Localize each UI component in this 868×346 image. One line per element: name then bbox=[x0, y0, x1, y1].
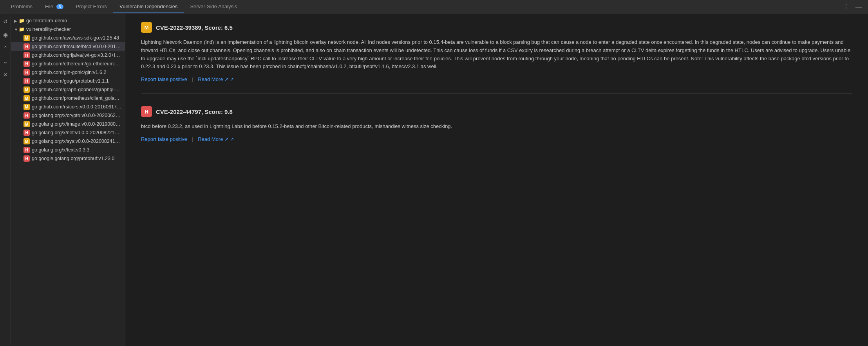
tree-item-dep4[interactable]: H go:github.com/ethereum/go-ethereum:v1.… bbox=[11, 59, 125, 68]
close-icon[interactable]: ✕ bbox=[1, 70, 10, 79]
tree-item-dep5[interactable]: H go:github.com/gin-gonic/gin:v1.6.2 bbox=[11, 68, 125, 77]
vuln-card-cve1: M CVE-2022-39389, Score: 6.5 Lightning N… bbox=[141, 22, 852, 94]
vuln-actions-cve2: Report false positive | Read More ↗ bbox=[141, 136, 852, 142]
sidebar-with-controls: ↺ ◉ ⌃ ⌄ ✕ ▶ 📁 go-terraform-demo ▼ 📁 vuln… bbox=[0, 14, 125, 346]
severity-badge-h: H bbox=[24, 61, 30, 67]
vuln-title-cve1: CVE-2022-39389, Score: 6.5 bbox=[156, 24, 233, 31]
read-more-link-cve1[interactable]: Read More ↗ bbox=[198, 76, 234, 82]
tree-item-dep9[interactable]: M go:github.com/rs/cors:v0.0.0-201606172… bbox=[11, 103, 125, 111]
vuln-header-cve1: M CVE-2022-39389, Score: 6.5 bbox=[141, 22, 852, 33]
action-divider: | bbox=[192, 76, 193, 82]
tree-item-dep8[interactable]: M go:github.com/prometheus/client_golang… bbox=[11, 94, 125, 103]
content-panel: M CVE-2022-39389, Score: 6.5 Lightning N… bbox=[125, 14, 868, 346]
dep-label: go:github.com/gin-gonic/gin:v1.6.2 bbox=[32, 70, 106, 75]
vuln-actions-cve1: Report false positive | Read More ↗ bbox=[141, 76, 852, 82]
dep-label: go:google.golang.org/protobuf:v1.23.0 bbox=[32, 156, 114, 161]
tree-item-dep3[interactable]: H go:github.com/dgrijalva/jwt-go:v3.2.0+… bbox=[11, 51, 125, 59]
severity-badge-m: M bbox=[24, 95, 30, 101]
tab-file[interactable]: File 6 bbox=[39, 0, 70, 13]
dep-label: go:github.com/graph-gophers/graphql-go:v bbox=[32, 87, 122, 92]
tree-item-dep6[interactable]: H go:github.com/gogo/protobuf:v1.1.1 bbox=[11, 77, 125, 85]
severity-badge-h: H bbox=[24, 155, 30, 162]
dep-label: go:github.com/btcsuite/btcd:v0.0.0-20171… bbox=[32, 44, 122, 49]
tree-arrow: ▼ bbox=[14, 27, 19, 32]
eye-icon[interactable]: ◉ bbox=[1, 31, 10, 39]
tree-item-label: vulnerability-checker bbox=[26, 27, 71, 32]
severity-badge-m: M bbox=[24, 138, 30, 144]
tree-item-dep11[interactable]: M go:golang.org/x/image:v0.0.0-201908020… bbox=[11, 120, 125, 128]
tree-item-dep1[interactable]: M go:github.com/aws/aws-sdk-go:v1.25.48 bbox=[11, 34, 125, 42]
dep-label: go:golang.org/x/text:v0.3.3 bbox=[32, 147, 89, 153]
report-false-positive-link-cve2[interactable]: Report false positive bbox=[141, 136, 187, 142]
dep-label: go:github.com/prometheus/client_golang:v… bbox=[32, 96, 122, 101]
dep-label: go:golang.org/x/image:v0.0.0-2019080200 bbox=[32, 121, 122, 127]
cve-severity-badge-m: M bbox=[141, 22, 152, 33]
tree-item-dep12[interactable]: H go:golang.org/x/net:v0.0.0-20200822124… bbox=[11, 128, 125, 137]
tree-item-dep13[interactable]: M go:golang.org/x/sys:v0.0.0-20200824131… bbox=[11, 137, 125, 146]
vuln-header-cve2: H CVE-2022-44797, Score: 9.8 bbox=[141, 106, 852, 117]
dep-label: go:github.com/ethereum/go-ethereum:v1.9 bbox=[32, 61, 122, 67]
dep-label: go:github.com/gogo/protobuf:v1.1.1 bbox=[32, 78, 109, 84]
vuln-description-cve2: btcd before 0.23.2, as used in Lightning… bbox=[141, 123, 852, 131]
tab-problems[interactable]: Problems bbox=[5, 0, 39, 13]
severity-badge-h: H bbox=[24, 147, 30, 153]
tree-item-label: go-terraform-demo bbox=[26, 18, 67, 23]
vuln-description-cve1: Lightning Network Daemon (lnd) is an imp… bbox=[141, 38, 852, 71]
tree-item-dep7[interactable]: M go:github.com/graph-gophers/graphql-go… bbox=[11, 85, 125, 94]
tree-arrow: ▶ bbox=[14, 19, 19, 23]
severity-badge-h: H bbox=[24, 43, 30, 50]
tree-item-go-terraform-demo[interactable]: ▶ 📁 go-terraform-demo bbox=[11, 16, 125, 25]
minimize-icon[interactable]: — bbox=[854, 3, 863, 11]
dep-label: go:golang.org/x/net:v0.0.0-202008221243 bbox=[32, 130, 122, 135]
main-layout: ↺ ◉ ⌃ ⌄ ✕ ▶ 📁 go-terraform-demo ▼ 📁 vuln… bbox=[0, 14, 868, 346]
severity-badge-m: M bbox=[24, 86, 30, 93]
severity-badge-m: M bbox=[24, 104, 30, 110]
vuln-title-cve2: CVE-2022-44797, Score: 9.8 bbox=[156, 108, 233, 115]
tree-item-dep10[interactable]: H go:golang.org/x/crypto:v0.0.0-20200622… bbox=[11, 111, 125, 120]
folder-icon: 📁 bbox=[19, 18, 25, 23]
dep-label: go:github.com/aws/aws-sdk-go:v1.25.48 bbox=[32, 35, 119, 41]
folder-icon: 📁 bbox=[19, 27, 25, 32]
severity-badge-m: M bbox=[24, 35, 30, 41]
severity-badge-h: H bbox=[24, 69, 30, 76]
expand-icon[interactable]: ⌃ bbox=[1, 44, 10, 52]
severity-badge-m: M bbox=[24, 121, 30, 127]
left-icons-panel: ↺ ◉ ⌃ ⌄ ✕ bbox=[0, 14, 11, 346]
severity-badge-h: H bbox=[24, 52, 30, 58]
refresh-icon[interactable]: ↺ bbox=[1, 17, 10, 26]
tree-item-dep14[interactable]: H go:golang.org/x/text:v0.3.3 bbox=[11, 146, 125, 154]
report-false-positive-link-cve1[interactable]: Report false positive bbox=[141, 76, 187, 82]
collapse-icon[interactable]: ⌄ bbox=[1, 57, 10, 66]
file-badge: 6 bbox=[56, 4, 63, 9]
action-divider: | bbox=[192, 136, 193, 142]
tab-project-errors[interactable]: Project Errors bbox=[70, 0, 113, 13]
read-more-link-cve2[interactable]: Read More ↗ bbox=[198, 136, 234, 142]
more-options-icon[interactable]: ⋮ bbox=[841, 2, 851, 11]
vuln-card-cve2: H CVE-2022-44797, Score: 9.8 btcd before… bbox=[141, 106, 852, 153]
cve-severity-badge-h: H bbox=[141, 106, 152, 117]
severity-badge-h: H bbox=[24, 78, 30, 84]
tree-item-dep15[interactable]: H go:google.golang.org/protobuf:v1.23.0 bbox=[11, 154, 125, 163]
tab-vulnerable-dependencies[interactable]: Vulnerable Dependencies bbox=[113, 0, 184, 13]
dep-label: go:golang.org/x/sys:v0.0.0-2020082413155 bbox=[32, 139, 122, 144]
tree-item-vulnerability-checker[interactable]: ▼ 📁 vulnerability-checker bbox=[11, 25, 125, 34]
dep-label: go:github.com/rs/cors:v0.0.0-20160617231 bbox=[32, 104, 122, 110]
severity-badge-h: H bbox=[24, 112, 30, 119]
tab-bar-actions: ⋮ — bbox=[841, 2, 863, 11]
dep-label: go:github.com/dgrijalva/jwt-go:v3.2.0+in… bbox=[32, 52, 122, 58]
tab-bar: Problems File 6 Project Errors Vulnerabl… bbox=[0, 0, 868, 14]
tree-panel: ▶ 📁 go-terraform-demo ▼ 📁 vulnerability-… bbox=[11, 14, 125, 346]
severity-badge-h: H bbox=[24, 130, 30, 136]
dep-label: go:golang.org/x/crypto:v0.0.0-2020062221 bbox=[32, 113, 122, 118]
tab-server-side-analysis[interactable]: Server-Side Analysis bbox=[184, 0, 243, 13]
tree-item-dep2[interactable]: H go:github.com/btcsuite/btcd:v0.0.0-201… bbox=[11, 42, 125, 51]
